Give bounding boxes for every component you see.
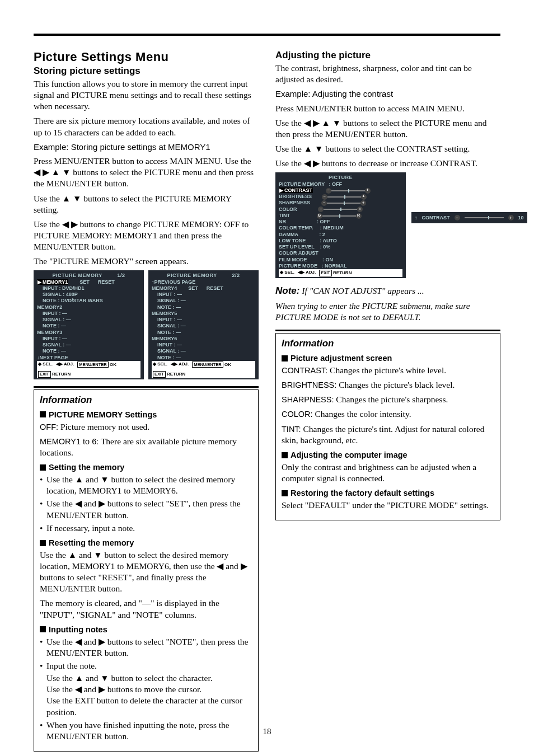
subsection-title: Storing picture settings — [34, 65, 259, 77]
information-heading: Information — [40, 395, 252, 406]
body-text: Select "DEFAULT" under the "PICTURE MODE… — [282, 500, 494, 511]
list-item: If necessary, input a note. — [40, 523, 252, 534]
note-text: Note: If "CAN NOT ADJUST" appears ... — [275, 285, 500, 297]
info-subtitle: Restoring the factory default settings — [291, 489, 434, 497]
right-column: Adjusting the picture The contrast, brig… — [275, 50, 500, 752]
info-subtitle: Setting the memory — [49, 463, 124, 472]
square-bullet-icon — [40, 464, 46, 471]
osd-screen-2: PICTURE MEMORY 2/2 ↑PREVIOUS PAGE MEMORY… — [148, 270, 259, 379]
info-subtitle: Adjusting the computer image — [291, 450, 407, 459]
square-bullet-icon — [40, 411, 46, 417]
body-text: Use the ▲ ▼ buttons to select the PICTUR… — [34, 193, 259, 215]
osd-picture-menu: PICTURE PICTURE MEMORY : OFF ▶CONTRAST −… — [275, 172, 406, 278]
body-text: Only the contrast and brightness can be … — [282, 462, 494, 484]
body-text: Use the ◀ ▶ ▲ ▼ buttons to select the PI… — [275, 118, 500, 140]
info-subtitle: Inputting notes — [49, 625, 107, 634]
page-number: 18 — [0, 727, 534, 736]
information-box: Information Picture adjustment screen CO… — [275, 333, 500, 520]
example-label: Example: Adjusting the contrast — [275, 88, 500, 100]
information-box: Information PICTURE MEMORY Settings OFF:… — [34, 389, 259, 752]
info-subtitle: Resetting the memory — [49, 538, 134, 547]
square-bullet-icon — [40, 540, 46, 546]
body-text: The memory is cleared, and "—" is displa… — [40, 598, 252, 620]
body-text: Use the ◀ ▶ buttons to change PICTURE ME… — [34, 219, 259, 252]
example-label: Example: Storing picture settings at MEM… — [34, 142, 259, 153]
osd-slider-popup: ↕CONTRAST −+ 10 — [411, 212, 527, 223]
body-text: Use the ◀ ▶ buttons to decrease or incre… — [275, 158, 500, 169]
list-item: Use the ▲ and ▼ button to select the des… — [40, 474, 252, 496]
list-item: Use the ◀ and ▶ buttons to select "SET",… — [40, 498, 252, 520]
body-text: There are six picture memory locations a… — [34, 115, 259, 138]
info-subtitle: PICTURE MEMORY Settings — [49, 410, 157, 419]
square-bullet-icon — [282, 452, 288, 458]
list-item: Input the note. Use the ▲ and ▼ button t… — [40, 660, 252, 718]
left-column: Picture Settings Menu Storing picture se… — [34, 50, 259, 752]
body-text: Use the ▲ and ▼ button to select the des… — [40, 550, 252, 595]
square-bullet-icon — [282, 355, 288, 361]
section-title: Picture Settings Menu — [34, 50, 259, 64]
square-bullet-icon — [40, 626, 46, 632]
info-subtitle: Picture adjustment screen — [291, 354, 392, 363]
note-body: When trying to enter the PICTURE submenu… — [275, 300, 500, 323]
subsection-title: Adjusting the picture — [275, 50, 500, 61]
square-bullet-icon — [282, 490, 288, 496]
information-heading: Information — [282, 338, 494, 349]
body-text: Press MENU/ENTER button to access MAIN M… — [34, 156, 259, 189]
list-item: Use the ◀ and ▶ buttons to select "NOTE"… — [40, 636, 252, 659]
body-text: Use the ▲ ▼ buttons to select the CONTRA… — [275, 143, 500, 154]
body-text: This function allows you to store in mem… — [34, 78, 259, 112]
body-text: Press MENU/ENTER button to access MAIN M… — [275, 103, 500, 114]
osd-screen-1: PICTURE MEMORY 1/2 ▶MEMORY1 SET RESET IN… — [34, 270, 144, 379]
body-text: The contrast, brightness, sharpness, col… — [275, 63, 500, 85]
body-text: The "PICTURE MEMORY" screen appears. — [34, 256, 259, 267]
